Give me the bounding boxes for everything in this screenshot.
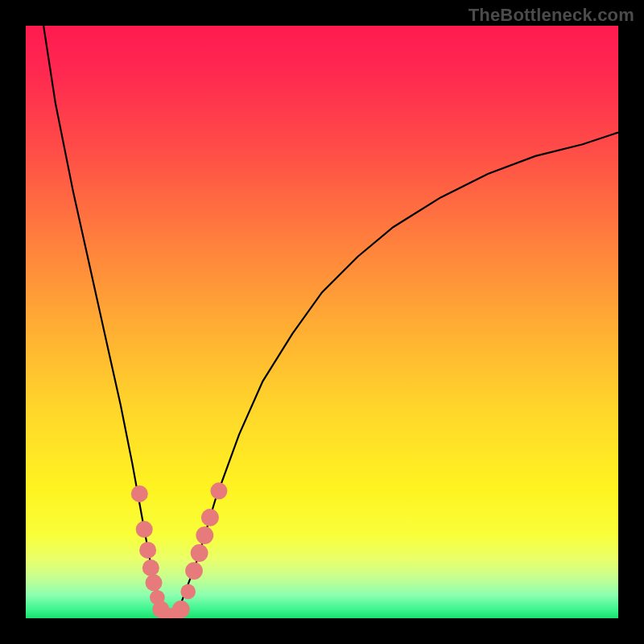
gradient-background — [26, 26, 618, 618]
chart-svg — [26, 26, 618, 618]
bead — [191, 544, 208, 562]
plot-area — [26, 26, 618, 618]
bead — [196, 526, 213, 544]
bead — [185, 562, 203, 580]
bead — [201, 509, 219, 526]
bead — [139, 542, 156, 559]
bead — [146, 574, 163, 591]
bead — [172, 601, 190, 618]
bead — [136, 521, 153, 538]
bead — [131, 485, 148, 502]
frame: TheBottleneck.com — [0, 0, 644, 644]
bead — [210, 482, 227, 499]
bead — [142, 559, 159, 576]
bead — [180, 584, 196, 600]
watermark-text: TheBottleneck.com — [469, 5, 634, 26]
